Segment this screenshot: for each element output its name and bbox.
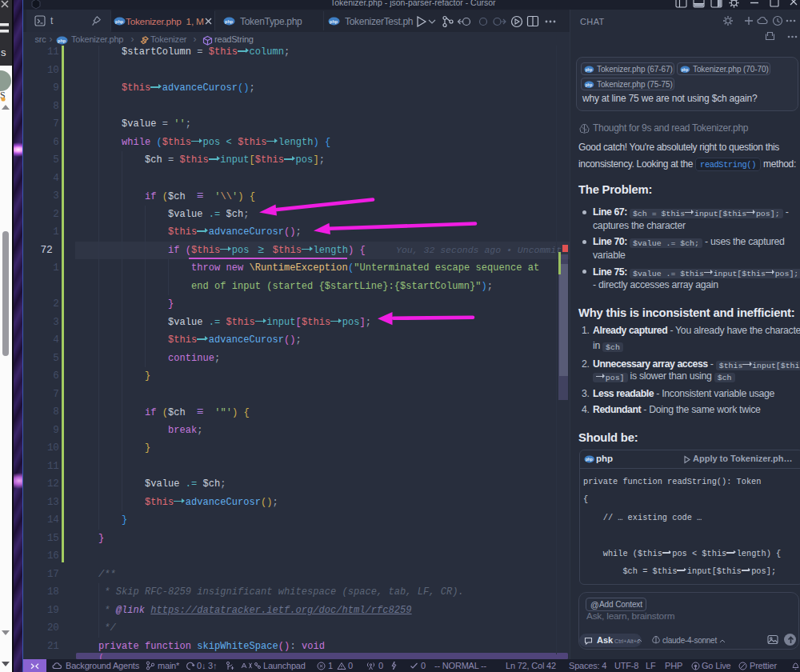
svg-text:php: php xyxy=(225,19,234,24)
svg-text:php: php xyxy=(586,458,593,462)
svg-text:php: php xyxy=(586,82,593,86)
svg-text:php: php xyxy=(58,38,66,43)
svg-text:php: php xyxy=(586,67,593,71)
svg-text:php: php xyxy=(115,19,124,24)
svg-text:php: php xyxy=(330,19,338,24)
svg-text:s: s xyxy=(1,46,6,58)
svg-text:php: php xyxy=(682,67,689,71)
